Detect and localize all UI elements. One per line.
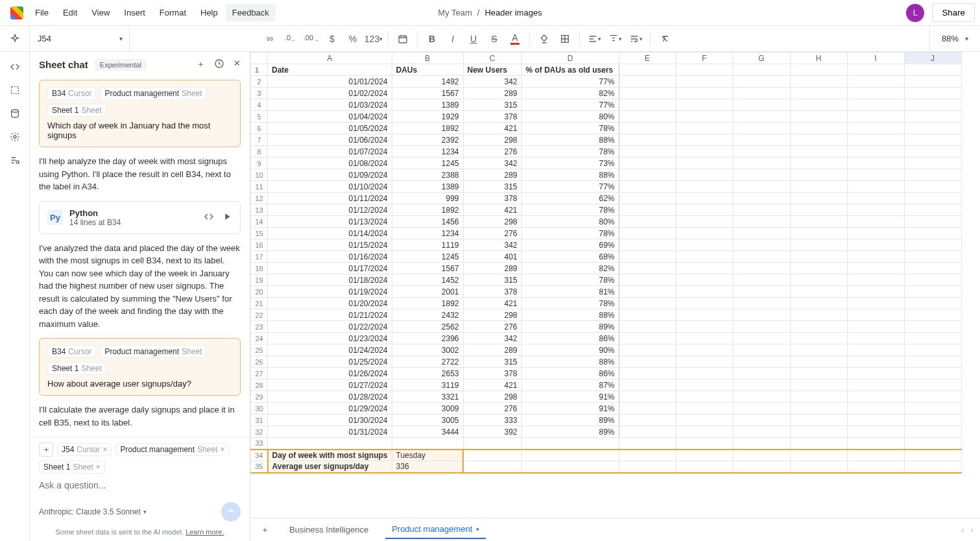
cell[interactable]: 01/14/2024 xyxy=(268,228,392,239)
menu-file[interactable]: File xyxy=(29,4,55,21)
cell[interactable] xyxy=(904,379,961,391)
cell[interactable] xyxy=(847,228,904,239)
cell[interactable] xyxy=(904,415,961,426)
cell[interactable] xyxy=(904,286,961,298)
cell[interactable] xyxy=(733,146,790,158)
cell[interactable] xyxy=(676,298,733,309)
cell[interactable]: DAUs xyxy=(392,64,463,76)
cell[interactable] xyxy=(847,450,904,461)
share-button[interactable]: Share xyxy=(932,3,975,22)
cell[interactable] xyxy=(619,181,676,193)
cell[interactable] xyxy=(790,356,847,368)
cell[interactable] xyxy=(847,216,904,228)
col-header-I[interactable]: I xyxy=(847,53,904,64)
cell[interactable]: 342 xyxy=(463,333,521,344)
cell[interactable]: 89% xyxy=(521,321,619,333)
cell[interactable] xyxy=(847,146,904,158)
close-icon[interactable]: ✕ xyxy=(233,58,241,71)
cell[interactable]: 289 xyxy=(463,169,521,181)
cell[interactable] xyxy=(676,193,733,204)
cell[interactable] xyxy=(733,450,790,461)
cell[interactable] xyxy=(619,368,676,379)
cell[interactable] xyxy=(790,181,847,193)
cell[interactable] xyxy=(904,438,961,450)
cell[interactable] xyxy=(619,309,676,321)
increase-decimal-button[interactable]: .00→ xyxy=(301,29,322,49)
cell[interactable]: 276 xyxy=(463,321,521,333)
cell[interactable]: 315 xyxy=(463,356,521,368)
clear-format-button[interactable] xyxy=(654,29,675,49)
cell[interactable] xyxy=(733,309,790,321)
cell[interactable]: 01/09/2024 xyxy=(268,169,392,181)
cell[interactable] xyxy=(790,239,847,251)
cell[interactable]: 01/05/2024 xyxy=(268,123,392,134)
cell[interactable] xyxy=(847,379,904,391)
col-header-G[interactable]: G xyxy=(733,53,790,64)
cell[interactable] xyxy=(904,356,961,368)
cell[interactable]: 1234 xyxy=(392,146,463,158)
cell[interactable]: 1389 xyxy=(392,181,463,193)
cell[interactable] xyxy=(733,426,790,438)
cell[interactable] xyxy=(847,88,904,99)
cell[interactable] xyxy=(790,298,847,309)
cell-reference-box[interactable]: J54 ▾ xyxy=(30,26,130,52)
cell[interactable]: 69% xyxy=(521,239,619,251)
cell[interactable] xyxy=(733,111,790,123)
cell[interactable] xyxy=(847,426,904,438)
cell[interactable]: 2653 xyxy=(392,368,463,379)
cell[interactable] xyxy=(790,368,847,379)
cell[interactable]: 289 xyxy=(463,344,521,356)
cell[interactable] xyxy=(733,193,790,204)
cell[interactable] xyxy=(676,239,733,251)
cell[interactable]: Tuesday xyxy=(392,450,463,461)
col-header-C[interactable]: C xyxy=(463,53,521,64)
cell[interactable] xyxy=(733,286,790,298)
cell[interactable] xyxy=(619,64,676,76)
cell[interactable] xyxy=(676,461,733,473)
cell[interactable] xyxy=(676,274,733,286)
cell[interactable]: 82% xyxy=(521,263,619,274)
cell[interactable] xyxy=(619,356,676,368)
cell[interactable] xyxy=(619,333,676,344)
cell[interactable] xyxy=(847,76,904,88)
cell[interactable] xyxy=(733,344,790,356)
cell[interactable]: 01/28/2024 xyxy=(268,391,392,403)
cell[interactable] xyxy=(268,438,392,450)
row-header[interactable]: 5 xyxy=(251,111,268,123)
cell[interactable]: 80% xyxy=(521,216,619,228)
row-header[interactable]: 6 xyxy=(251,123,268,134)
cell[interactable] xyxy=(790,274,847,286)
cell[interactable] xyxy=(790,99,847,111)
cell[interactable]: 88% xyxy=(521,309,619,321)
cell[interactable] xyxy=(619,379,676,391)
cell[interactable]: 01/26/2024 xyxy=(268,368,392,379)
cell[interactable]: 421 xyxy=(463,379,521,391)
cell[interactable] xyxy=(619,251,676,263)
cell[interactable] xyxy=(847,356,904,368)
cell[interactable] xyxy=(790,111,847,123)
cell[interactable] xyxy=(619,123,676,134)
col-header-H[interactable]: H xyxy=(790,53,847,64)
cell[interactable] xyxy=(904,99,961,111)
cell[interactable] xyxy=(790,64,847,76)
cell[interactable] xyxy=(619,88,676,99)
cell[interactable]: 01/12/2024 xyxy=(268,204,392,216)
cell[interactable] xyxy=(904,403,961,415)
horizontal-align-button[interactable]: ▾ xyxy=(584,29,604,49)
cell[interactable]: 3321 xyxy=(392,391,463,403)
cell[interactable] xyxy=(676,64,733,76)
row-header[interactable]: 20 xyxy=(251,286,268,298)
cell[interactable] xyxy=(676,123,733,134)
cell[interactable] xyxy=(904,368,961,379)
cell[interactable]: 01/01/2024 xyxy=(268,76,392,88)
underline-button[interactable]: U xyxy=(463,29,484,49)
cell[interactable] xyxy=(619,438,676,450)
cell[interactable] xyxy=(676,216,733,228)
cell[interactable] xyxy=(790,134,847,146)
cell[interactable] xyxy=(619,274,676,286)
cell[interactable] xyxy=(847,333,904,344)
cell[interactable] xyxy=(733,368,790,379)
cell[interactable] xyxy=(733,356,790,368)
currency-format-button[interactable]: $ xyxy=(322,29,342,49)
cell[interactable] xyxy=(676,251,733,263)
